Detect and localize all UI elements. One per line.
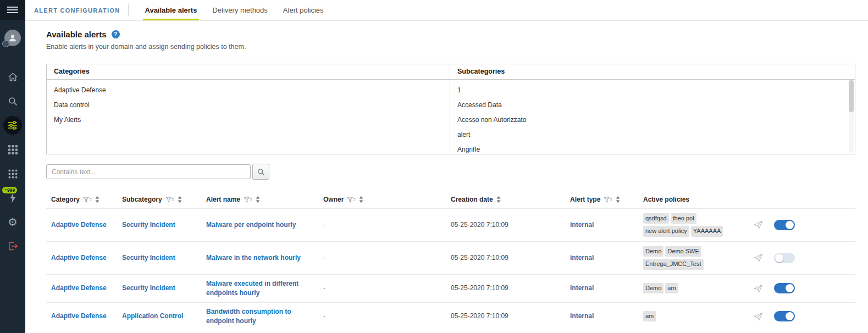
send-test-icon[interactable] <box>753 253 763 262</box>
table-row: Adaptive DefenseApplication ControlBandw… <box>46 302 855 330</box>
column-header-alert-type: Alert type <box>565 196 638 203</box>
column-header-subcategory: Subcategory <box>117 196 201 203</box>
filter-icon[interactable] <box>244 197 252 203</box>
category-link[interactable]: Adaptive Defense <box>46 253 117 263</box>
sort-icon[interactable] <box>496 196 501 203</box>
category-link[interactable]: Adaptive Defense <box>46 220 117 230</box>
subcategory-link[interactable]: Security Incident <box>117 220 201 230</box>
sidebar-item-alert-configuration[interactable] <box>0 113 25 137</box>
enable-toggle[interactable] <box>774 311 795 321</box>
category-link[interactable]: Adaptive Defense <box>46 312 117 321</box>
content: Available alerts ? Enable alerts in your… <box>25 21 868 333</box>
send-test-icon[interactable] <box>753 284 763 293</box>
alert-name-link[interactable]: Malware executed in different endpoints … <box>201 279 318 298</box>
toggle-knob <box>786 284 794 292</box>
column-label: Creation date <box>451 196 493 203</box>
main-area: ALERT CONFIGURATION Available alertsDeli… <box>25 0 868 333</box>
avatar[interactable] <box>4 30 21 46</box>
category-item[interactable]: Adaptive Defense <box>47 83 450 98</box>
enable-toggle[interactable] <box>774 283 795 293</box>
page-subtitle: Enable alerts in your domain and assign … <box>46 43 855 51</box>
toggle-cell <box>769 220 855 230</box>
alert-type-link[interactable]: internal <box>565 220 638 230</box>
alert-type-link[interactable]: internal <box>565 253 638 263</box>
table-row: Adaptive DefenseSecurity IncidentMalware… <box>46 241 855 274</box>
avatar-status-badge <box>2 40 9 47</box>
subcategory-link[interactable]: Security Incident <box>117 253 201 263</box>
sort-icon[interactable] <box>95 196 99 203</box>
sort-icon[interactable] <box>616 196 620 203</box>
creation-date-cell: 05-25-2020 7:10:09 <box>446 220 565 230</box>
send-cell <box>747 220 769 229</box>
column-header-creation-date: Creation date <box>446 196 565 203</box>
column-header-owner: Owner <box>318 196 446 203</box>
table-header-row: CategorySubcategoryAlert nameOwnerCreati… <box>46 191 855 208</box>
search-button[interactable] <box>252 164 269 180</box>
category-link[interactable]: Adaptive Defense <box>46 284 117 293</box>
filter-icon[interactable] <box>83 197 92 203</box>
alert-name-link[interactable]: Malware per endpoint hourly <box>201 220 318 230</box>
notification-badge: +999 <box>2 187 17 193</box>
subcategories-scrollbar[interactable] <box>849 80 854 153</box>
subcategories-panel: Subcategories 1Accessed DataAcesso non A… <box>450 64 855 154</box>
sort-icon[interactable] <box>256 196 260 203</box>
alert-type-link[interactable]: internal <box>565 312 638 321</box>
creation-date-cell: 05-25-2020 7:10:09 <box>446 253 565 263</box>
column-label: Active policies <box>643 196 689 203</box>
lightning-icon <box>9 193 16 203</box>
send-test-icon[interactable] <box>753 312 763 321</box>
category-item[interactable]: Data control <box>47 98 450 113</box>
logout-icon <box>8 242 18 251</box>
sidebar-item-search[interactable] <box>0 89 25 113</box>
subcategory-item[interactable]: Accessed Data <box>450 98 855 113</box>
enable-toggle[interactable] <box>774 253 795 263</box>
help-icon[interactable]: ? <box>112 30 120 38</box>
owner-cell: - <box>318 312 446 321</box>
sidebar-item-settings[interactable]: ⚙ <box>0 210 25 234</box>
enable-toggle[interactable] <box>774 220 795 230</box>
toggle-knob <box>775 254 783 262</box>
sort-icon[interactable] <box>178 196 182 203</box>
category-item[interactable]: My Alerts <box>47 113 450 127</box>
toggle-cell <box>769 283 855 293</box>
alert-type-link[interactable]: internal <box>565 284 638 293</box>
sidebar-item-modules[interactable] <box>0 162 25 186</box>
active-policies-cell: DemoDemo SWEEntrega_JMCC_Test <box>638 242 747 274</box>
sidebar-item-home[interactable] <box>0 65 25 89</box>
tab-alert-policies[interactable]: Alert policies <box>275 0 331 20</box>
table-row: Adaptive DefenseSecurity IncidentMalware… <box>46 208 855 241</box>
subcategory-item[interactable]: alert <box>450 127 855 142</box>
subcategory-item[interactable]: Angriffe <box>450 142 855 154</box>
subcategory-link[interactable]: Security Incident <box>117 284 201 293</box>
subcategory-item[interactable]: 1 <box>450 83 855 98</box>
sort-icon[interactable] <box>359 196 363 203</box>
hamburger-menu-button[interactable] <box>0 0 25 20</box>
policy-tag: am <box>665 283 678 293</box>
column-header-alert-name: Alert name <box>201 196 318 203</box>
filter-icon[interactable] <box>165 197 174 203</box>
tab-delivery-methods[interactable]: Delivery methods <box>204 0 275 20</box>
sidebar-item-status[interactable] <box>0 137 25 162</box>
policy-tag: YAAAAAA <box>691 226 723 236</box>
alert-name-link[interactable]: Bandwidth consumption to endpoint hourly <box>201 307 318 326</box>
filter-icon[interactable] <box>604 197 612 203</box>
send-test-icon[interactable] <box>753 220 763 229</box>
search-input[interactable] <box>46 164 251 179</box>
table-row: Adaptive DefenseSecurity IncidentMalware… <box>46 274 855 302</box>
toggle-cell <box>769 311 855 321</box>
policy-tag: Entrega_JMCC_Test <box>643 259 704 269</box>
scrollbar-thumb[interactable] <box>849 80 854 112</box>
tab-available-alerts[interactable]: Available alerts <box>137 0 205 20</box>
subcategory-link[interactable]: Application Control <box>117 312 201 321</box>
owner-cell: - <box>318 220 446 230</box>
sidebar-item-notifications[interactable]: +999 <box>0 186 25 210</box>
filter-icon[interactable] <box>347 197 356 203</box>
subcategory-item[interactable]: Acesso non Autorizzato <box>450 113 855 127</box>
tabs: Available alertsDelivery methodsAlert po… <box>137 0 331 20</box>
alert-name-link[interactable]: Malware in the network hourly <box>201 253 318 263</box>
toggle-knob <box>786 312 794 320</box>
owner-cell: - <box>318 253 446 263</box>
column-label: Owner <box>323 196 344 203</box>
logout-button[interactable] <box>0 234 25 258</box>
section-title: ALERT CONFIGURATION <box>34 7 120 14</box>
